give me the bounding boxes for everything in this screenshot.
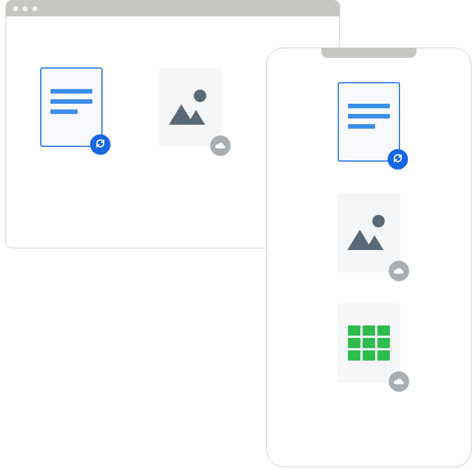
- cloud-icon: [215, 141, 226, 151]
- window-control-dot: [32, 6, 37, 11]
- sync-badge: [90, 134, 110, 155]
- browser-titlebar: [6, 1, 339, 16]
- file-document: [40, 67, 103, 147]
- mobile-frame: [266, 48, 471, 467]
- file-document: [338, 82, 400, 162]
- document-file-icon: [50, 89, 92, 114]
- cloud-badge: [389, 371, 409, 392]
- image-file-icon: [346, 213, 392, 252]
- window-control-dot: [13, 6, 18, 11]
- cloud-badge: [210, 136, 231, 156]
- cloud-icon: [393, 266, 405, 276]
- window-control-dot: [23, 6, 28, 11]
- cloud-icon: [393, 376, 405, 387]
- file-image: [159, 67, 222, 147]
- sync-icon: [95, 138, 105, 151]
- file-spreadsheet: [338, 303, 400, 383]
- file-image: [338, 193, 400, 272]
- document-file-icon: [348, 104, 390, 129]
- spreadsheet-file-icon: [348, 325, 390, 361]
- image-file-icon: [168, 87, 213, 127]
- sync-badge: [388, 149, 408, 170]
- cloud-badge: [389, 261, 409, 281]
- mobile-notch: [321, 48, 416, 58]
- mobile-content: [267, 48, 471, 383]
- sync-icon: [393, 153, 403, 166]
